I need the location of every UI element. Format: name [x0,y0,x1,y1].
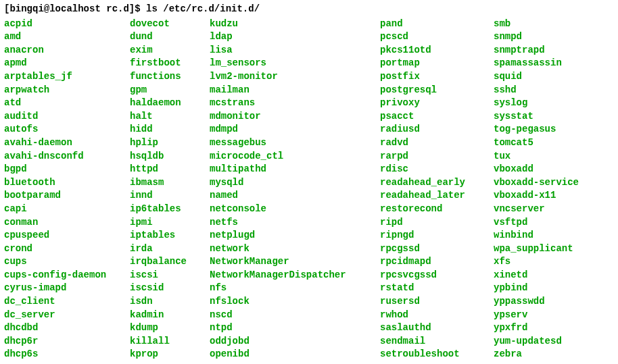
file-entry: saslauthd [380,321,494,335]
file-entry: winbind [494,229,602,242]
file-entry: ypxfrd [494,321,602,335]
file-entry: anacron [4,44,130,57]
file-entry: irda [130,242,210,256]
file-entry: netfs [210,216,380,230]
file-entry: rstatd [380,282,494,295]
file-entry: hsqldb [130,150,210,163]
file-entry: rpcgssd [380,242,494,256]
file-entry: rpcsvcgssd [380,269,494,282]
file-entry: sysstat [494,110,602,124]
file-entry: vsftpd [494,216,602,230]
file-entry: bootparamd [4,189,130,203]
file-entry: psacct [380,110,494,124]
file-entry: iscsid [130,282,210,295]
file-entry: functions [130,70,210,84]
file-entry: isdn [130,295,210,309]
file-entry: atd [4,97,130,110]
file-entry: sendmail [380,335,494,348]
file-entry: apmd [4,57,130,70]
file-entry: auditd [4,110,130,124]
file-entry: avahi-dnsconfd [4,150,130,163]
file-entry: rdisc [380,163,494,176]
file-entry: radiusd [380,123,494,136]
file-entry: dhcdbd [4,321,130,335]
file-entry: httpd [130,163,210,176]
file-entry: autofs [4,123,130,136]
file-entry: lvm2-monitor [210,70,380,84]
file-entry: rusersd [380,295,494,309]
file-entry: syslog [494,97,602,110]
file-entry: avahi-daemon [4,136,130,150]
file-entry: NetworkManagerDispatcher [210,269,380,282]
file-entry: xfs [494,255,602,269]
file-entry: yppasswdd [494,295,602,309]
file-entry: netconsole [210,203,380,216]
file-entry: radvd [380,136,494,150]
file-entry: bgpd [4,163,130,176]
file-entry: netplugd [210,229,380,242]
file-entry: messagebus [210,136,380,150]
file-entry: multipathd [210,163,380,176]
file-entry: kdump [130,321,210,335]
file-entry: bluetooth [4,176,130,190]
file-entry: acpid [4,18,130,31]
file-entry: innd [130,189,210,203]
file-entry: spamassassin [494,57,602,70]
file-entry: privoxy [380,97,494,110]
file-entry: vboxadd-x11 [494,189,602,203]
file-entry: nscd [210,309,380,322]
ls-column-1: acpidamdanacronapmdarptables_jfarpwatcha… [4,18,130,361]
file-entry: iptables [130,229,210,242]
file-entry: zebra [494,348,602,361]
file-entry: ipmi [130,216,210,230]
ls-column-2: dovecotdundeximfirstbootfunctionsgpmhald… [130,18,210,361]
file-entry: mdmonitor [210,110,380,124]
file-entry: ibmasm [130,176,210,190]
file-entry: dhcp6s [4,348,130,361]
file-entry: xinetd [494,269,602,282]
file-entry: ypserv [494,309,602,322]
file-entry: snmptrapd [494,44,602,57]
ls-column-4: pandpcscdpkcs11otdportmappostfixpostgres… [380,18,494,361]
file-entry: ripngd [380,229,494,242]
file-entry: cyrus-imapd [4,282,130,295]
file-entry: tomcat5 [494,136,602,150]
file-entry: cpuspeed [4,229,130,242]
file-entry: pkcs11otd [380,44,494,57]
file-entry: ripd [380,216,494,230]
file-entry: crond [4,242,130,256]
file-entry: ldap [210,30,380,44]
file-entry: postgresql [380,84,494,97]
file-entry: nfslock [210,295,380,309]
file-entry: kudzu [210,18,380,31]
file-entry: kadmin [130,309,210,322]
file-entry: nfs [210,282,380,295]
file-entry: ip6tables [130,203,210,216]
file-entry: ntpd [210,321,380,335]
file-entry: capi [4,203,130,216]
file-entry: tog-pegasus [494,123,602,136]
file-entry: mysqld [210,176,380,190]
file-entry: smb [494,18,602,31]
file-entry: conman [4,216,130,230]
file-entry: vncserver [494,203,602,216]
ls-output: acpidamdanacronapmdarptables_jfarpwatcha… [4,18,614,361]
file-entry: amd [4,30,130,44]
terminal-prompt-line: [bingqi@localhost rc.d]$ ls /etc/rc.d/in… [4,3,614,16]
file-entry: rarpd [380,150,494,163]
file-entry: vboxadd [494,163,602,176]
file-entry: oddjobd [210,335,380,348]
ls-column-3: kudzuldaplisalm_sensorslvm2-monitormailm… [210,18,380,361]
file-entry: pand [380,18,494,31]
prompt-command: ls /etc/rc.d/init.d/ [146,3,260,14]
file-entry: snmpd [494,30,602,44]
file-entry: named [210,189,380,203]
file-entry: dhcp6r [4,335,130,348]
file-entry: openibd [210,348,380,361]
file-entry: tux [494,150,602,163]
file-entry: haldaemon [130,97,210,110]
file-entry: lm_sensors [210,57,380,70]
file-entry: firstboot [130,57,210,70]
file-entry: dovecot [130,18,210,31]
file-entry: hidd [130,123,210,136]
